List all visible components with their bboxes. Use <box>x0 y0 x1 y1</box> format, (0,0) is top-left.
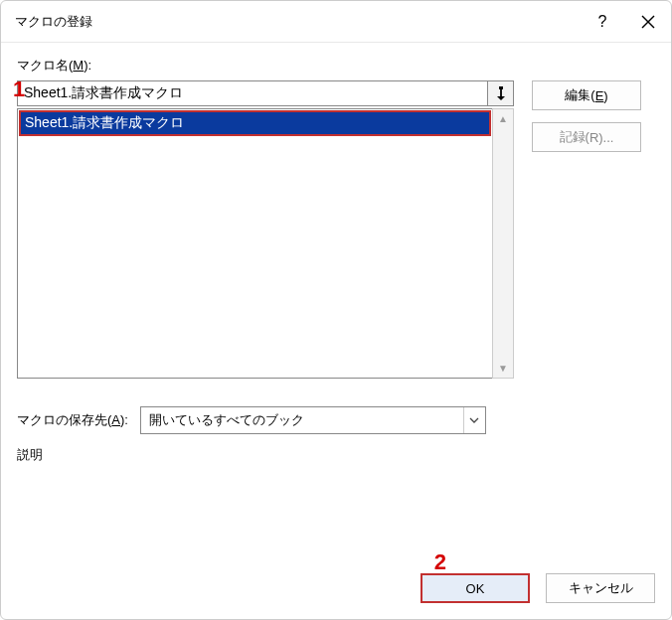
scroll-up-icon: ▲ <box>498 113 508 124</box>
list-item[interactable]: Sheet1.請求書作成マクロ <box>19 110 491 136</box>
btn-text: 記録( <box>560 128 589 146</box>
titlebar: マクロの登録 ? <box>1 1 671 43</box>
dialog-title: マクロの登録 <box>15 13 580 31</box>
select-value: 開いているすべてのブック <box>141 411 463 429</box>
btn-text: ) <box>603 88 607 103</box>
input-row: 1 Sheet1.請求書作成マクロ ▲ ▼ <box>17 80 655 379</box>
btn-key: R <box>589 130 598 145</box>
macroname-label: マクロ名(M): <box>17 57 655 75</box>
label-text: マクロの保存先( <box>17 412 111 427</box>
label-text: ): <box>120 412 128 427</box>
left-column: 1 Sheet1.請求書作成マクロ ▲ ▼ <box>17 80 514 379</box>
macroname-input-wrap <box>17 80 514 106</box>
scrollbar[interactable]: ▲ ▼ <box>492 108 514 379</box>
label-text: マクロ名( <box>17 58 73 73</box>
annotation-1: 1 <box>13 77 25 102</box>
label-key: M <box>73 58 84 73</box>
svg-rect-2 <box>499 86 503 89</box>
description-label: 説明 <box>17 446 655 464</box>
help-icon: ? <box>598 13 607 31</box>
chevron-down-icon <box>469 417 479 423</box>
btn-key: E <box>595 88 604 103</box>
assign-macro-dialog: マクロの登録 ? マクロ名(M): 1 Sheet1 <box>0 0 672 620</box>
label-key: A <box>111 412 120 427</box>
ok-button[interactable]: OK <box>420 573 530 603</box>
svg-marker-4 <box>497 96 505 100</box>
saveloc-select[interactable]: 開いているすべてのブック <box>140 406 486 434</box>
collapse-dialog-button[interactable] <box>488 80 514 106</box>
edit-button[interactable]: 編集(E) <box>532 80 641 110</box>
macrolist-wrap: Sheet1.請求書作成マクロ ▲ ▼ <box>17 108 514 379</box>
btn-text: 編集( <box>565 86 594 104</box>
select-chevron-button[interactable] <box>463 407 485 433</box>
scroll-down-icon: ▼ <box>498 363 508 374</box>
close-icon <box>641 15 655 29</box>
cancel-button[interactable]: キャンセル <box>546 573 655 603</box>
btn-text: )... <box>598 130 613 145</box>
right-column: 編集(E) 記録(R)... <box>532 80 641 152</box>
help-button[interactable]: ? <box>580 1 625 43</box>
footer: 2 OK キャンセル <box>17 573 655 603</box>
annotation-2: 2 <box>434 549 446 575</box>
close-button[interactable] <box>625 1 671 43</box>
collapse-icon <box>495 86 507 100</box>
macro-listbox[interactable]: Sheet1.請求書作成マクロ <box>17 108 492 379</box>
record-button[interactable]: 記録(R)... <box>532 122 641 152</box>
dialog-content: マクロ名(M): 1 Sheet1.請求書作成マクロ ▲ ▼ <box>1 43 671 619</box>
saveloc-row: マクロの保存先(A): 開いているすべてのブック <box>17 406 655 434</box>
macroname-input[interactable] <box>17 80 488 106</box>
saveloc-label: マクロの保存先(A): <box>17 411 128 429</box>
label-text: ): <box>84 58 91 73</box>
